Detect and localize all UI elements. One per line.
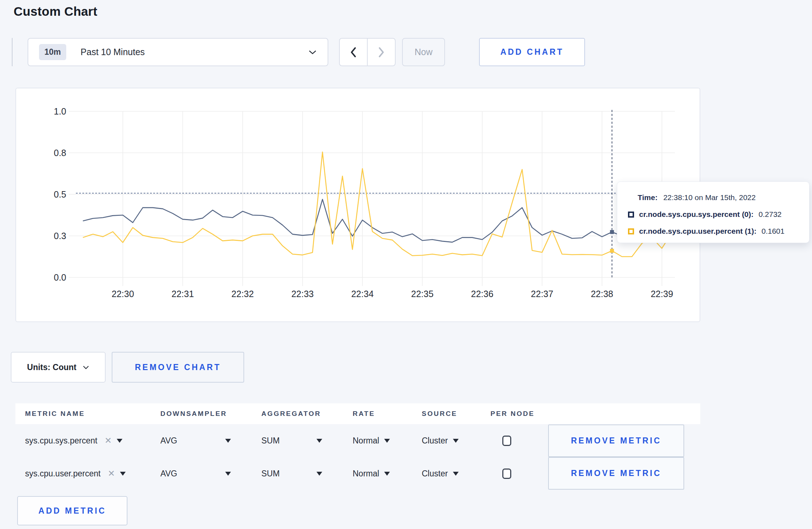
chevron-down-icon[interactable] — [316, 439, 322, 443]
chevron-down-icon[interactable] — [453, 439, 459, 443]
metrics-table: METRIC NAME DOWNSAMPLER AGGREGATOR RATE … — [15, 403, 700, 525]
metric-name-select[interactable]: sys.cpu.sys.percent — [25, 436, 97, 446]
remove-metric-button[interactable]: REMOVE METRIC — [548, 457, 684, 490]
col-header-rate: RATE — [343, 410, 412, 418]
tooltip-series-row: cr.node.sys.cpu.user.percent (1): 0.1601 — [628, 227, 806, 236]
rate-value[interactable]: Normal — [353, 469, 379, 479]
next-time-button[interactable] — [367, 39, 395, 65]
rate-value[interactable]: Normal — [353, 436, 379, 446]
chevron-down-icon — [308, 50, 317, 55]
svg-text:0.3: 0.3 — [54, 231, 66, 241]
tooltip-series-row: cr.node.sys.cpu.sys.percent (0): 0.2732 — [628, 210, 806, 219]
chevron-down-icon[interactable] — [316, 472, 322, 476]
svg-text:22:32: 22:32 — [231, 289, 254, 299]
units-dropdown[interactable]: Units: Count — [11, 352, 106, 383]
svg-text:22:37: 22:37 — [531, 289, 554, 299]
chevron-down-icon[interactable] — [120, 472, 126, 476]
chevron-down-icon — [83, 365, 89, 369]
svg-text:22:34: 22:34 — [351, 289, 374, 299]
now-button[interactable]: Now — [402, 38, 445, 66]
col-header-per-node: PER NODE — [481, 410, 548, 418]
remove-metric-button[interactable]: REMOVE METRIC — [548, 424, 684, 457]
toolbar: 10m Past 10 Minutes Now ADD CHART — [12, 38, 812, 66]
remove-chart-button[interactable]: REMOVE CHART — [112, 352, 244, 383]
prev-time-button[interactable] — [340, 39, 367, 65]
page-title: Custom Chart — [14, 4, 812, 19]
downsampler-value[interactable]: AVG — [160, 469, 177, 479]
per-node-checkbox[interactable] — [502, 436, 511, 446]
tooltip-series-value: 0.1601 — [762, 227, 784, 236]
series-swatch-icon — [628, 212, 634, 218]
tooltip-time-value: 22:38:10 on Mar 15th, 2022 — [663, 193, 756, 202]
chevron-down-icon[interactable] — [225, 439, 231, 443]
table-row: sys.cpu.user.percent ✕ AVG SUM Normal Cl… — [15, 457, 700, 490]
svg-text:0.8: 0.8 — [54, 148, 66, 158]
units-label: Units: Count — [27, 363, 77, 372]
add-metric-button[interactable]: ADD METRIC — [17, 496, 127, 525]
svg-text:22:31: 22:31 — [171, 289, 194, 299]
table-row: sys.cpu.sys.percent ✕ AVG SUM Normal Clu… — [15, 424, 700, 457]
tooltip-series-label: cr.node.sys.cpu.user.percent (1): — [639, 227, 757, 236]
tooltip-time-row: Time: 22:38:10 on Mar 15th, 2022 — [638, 193, 806, 202]
svg-text:22:30: 22:30 — [112, 289, 134, 299]
col-header-downsampler: DOWNSAMPLER — [151, 410, 252, 418]
tooltip-series-value: 0.2732 — [759, 210, 782, 219]
time-nav-group — [339, 38, 396, 66]
chevron-down-icon[interactable] — [384, 439, 390, 443]
tooltip-time-label: Time: — [638, 193, 658, 202]
chevron-down-icon[interactable] — [384, 472, 390, 476]
chevron-down-icon[interactable] — [225, 472, 231, 476]
col-header-source: SOURCE — [412, 410, 481, 418]
chart-tooltip: Time: 22:38:10 on Mar 15th, 2022 cr.node… — [617, 181, 809, 243]
time-range-dropdown[interactable]: 10m Past 10 Minutes — [28, 38, 328, 66]
svg-text:22:38: 22:38 — [591, 289, 613, 299]
svg-text:22:39: 22:39 — [651, 289, 673, 299]
aggregator-value[interactable]: SUM — [261, 436, 280, 446]
chevron-down-icon[interactable] — [453, 472, 459, 476]
svg-text:1.0: 1.0 — [54, 106, 66, 116]
svg-text:22:35: 22:35 — [411, 289, 434, 299]
tooltip-series-label: cr.node.sys.cpu.sys.percent (0): — [639, 210, 754, 219]
metric-name-select[interactable]: sys.cpu.user.percent — [25, 469, 101, 479]
col-header-metric-name: METRIC NAME — [15, 410, 151, 418]
svg-text:22:33: 22:33 — [291, 289, 314, 299]
add-chart-button[interactable]: ADD CHART — [479, 38, 585, 66]
metrics-table-header: METRIC NAME DOWNSAMPLER AGGREGATOR RATE … — [15, 403, 700, 424]
time-range-label: Past 10 Minutes — [81, 47, 145, 57]
svg-text:0.0: 0.0 — [54, 272, 66, 282]
chart-actions-row: Units: Count REMOVE CHART — [11, 352, 812, 383]
per-node-checkbox[interactable] — [502, 469, 511, 479]
clear-metric-icon[interactable]: ✕ — [105, 436, 112, 446]
chart-svg[interactable]: 0.00.30.50.81.022:3022:3122:3222:3322:34… — [16, 88, 701, 323]
chart-card: 0.00.30.50.81.022:3022:3122:3222:3322:34… — [15, 88, 700, 322]
col-header-aggregator: AGGREGATOR — [252, 410, 343, 418]
svg-text:0.5: 0.5 — [54, 189, 66, 199]
series-swatch-icon — [628, 228, 634, 234]
source-value[interactable]: Cluster — [422, 469, 448, 479]
toolbar-left-rule — [12, 38, 13, 66]
source-value[interactable]: Cluster — [422, 436, 448, 446]
chevron-down-icon[interactable] — [117, 439, 122, 443]
clear-metric-icon[interactable]: ✕ — [108, 469, 115, 479]
aggregator-value[interactable]: SUM — [261, 469, 280, 479]
time-range-badge: 10m — [39, 44, 66, 60]
svg-text:22:36: 22:36 — [471, 289, 494, 299]
downsampler-value[interactable]: AVG — [160, 436, 177, 446]
